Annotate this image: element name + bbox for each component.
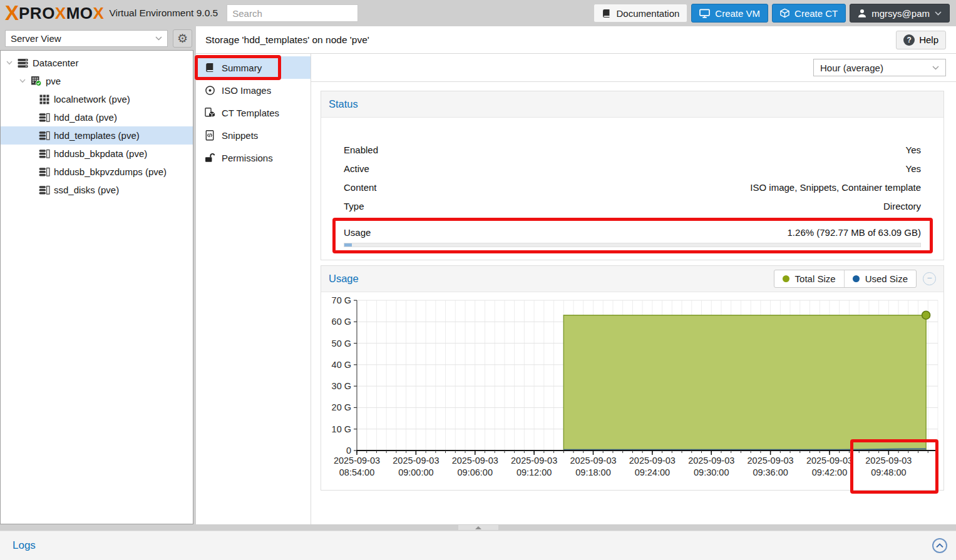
usage-panel-title: Usage [329,273,359,285]
monitor-icon [699,9,710,18]
unlock-icon [205,153,215,163]
cube-icon [780,8,789,18]
svg-text:60 G: 60 G [332,317,351,327]
svg-text:2025-09-03: 2025-09-03 [748,456,794,466]
documentation-label: Documentation [616,8,679,19]
logs-splitter[interactable] [0,524,956,531]
tree-item-label: pve [46,76,61,86]
legend-total-size[interactable]: Total Size [774,270,844,287]
book-icon [205,63,215,73]
svg-text:2025-09-03: 2025-09-03 [452,456,498,466]
menu-item-label: ISO Images [222,85,271,96]
right-column: Storage 'hdd_templates' on node 'pve' ? … [196,26,956,524]
view-mode-value: Server View [11,33,61,44]
storage-icon [39,185,50,195]
svg-text:09:00:00: 09:00:00 [398,467,433,477]
summary-main: Hour (average) Status Enabled Yes [311,54,956,524]
svg-text:2025-09-03: 2025-09-03 [393,456,439,466]
logo-seg: MO [66,4,93,23]
menu-item-label: CT Templates [222,108,279,118]
tree-item-hdd-templates[interactable]: hdd_templates (pve) [1,126,193,145]
total-size-dot-icon [783,275,789,282]
logs-title: Logs [13,539,36,552]
status-value: Yes [906,163,921,174]
svg-text:2025-09-03: 2025-09-03 [865,456,912,466]
version-label: Virtual Environment 9.0.5 [109,8,218,19]
status-label: Usage [344,227,371,238]
disc-icon [205,85,215,96]
search-input[interactable] [227,4,358,22]
svg-text:20 G: 20 G [332,402,351,412]
logs-bar[interactable]: Logs [0,531,956,560]
menu-item-summary[interactable]: Summary [196,56,311,79]
svg-text:09:48:00: 09:48:00 [871,467,906,477]
storage-icon [39,131,50,141]
status-value: 1.26% (792.77 MB of 63.09 GB) [788,227,921,238]
content-row: Summary ISO Images CT Templates Snippets [196,54,956,524]
svg-text:09:36:00: 09:36:00 [753,467,788,477]
usage-panel: Usage Total Size Used Size [321,265,944,491]
question-icon: ? [903,34,915,46]
svg-text:30 G: 30 G [332,381,351,391]
svg-text:70 G: 70 G [332,295,351,305]
tree-item-label: ssd_disks (pve) [54,185,119,195]
title-bar: Storage 'hdd_templates' on node 'pve' ? … [196,26,956,54]
storage-icon [39,113,50,123]
chart-legend: Total Size Used Size [774,270,917,288]
svg-text:2025-09-03: 2025-09-03 [511,456,557,466]
status-value: Directory [883,201,921,211]
create-ct-button[interactable]: Create CT [772,4,846,23]
usage-progress-bar [344,243,921,247]
svg-text:2025-09-03: 2025-09-03 [334,456,380,466]
chevron-up-icon [475,526,481,529]
status-row-usage: Usage 1.26% (792.77 MB of 63.09 GB) [344,223,921,242]
tree-item-label: localnetwork (pve) [54,94,130,104]
tree-item-pve[interactable]: pve [1,72,193,90]
svg-text:09:30:00: 09:30:00 [694,467,729,477]
menu-item-ct-templates[interactable]: CT Templates [196,101,311,124]
status-panel-header: Status [321,91,943,118]
svg-text:09:18:00: 09:18:00 [575,467,610,477]
expand-logs-button[interactable] [932,538,947,553]
menu-item-iso-images[interactable]: ISO Images [196,79,311,101]
menu-item-permissions[interactable]: Permissions [196,146,311,169]
resource-tree: Datacenter pve localnetwork (pve) hdd_da… [0,50,193,524]
svg-text:08:54:00: 08:54:00 [339,467,374,477]
settings-gear-button[interactable]: ⚙ [173,29,192,48]
tree-item-hdd-data[interactable]: hdd_data (pve) [1,108,193,126]
storage-icon [39,149,50,159]
chevron-down-icon [6,61,13,65]
gear-icon: ⚙ [177,31,188,46]
timeframe-value: Hour (average) [820,63,883,73]
legend-used-size[interactable]: Used Size [844,270,916,287]
legend-wrap: Total Size Used Size − [774,270,936,288]
network-icon [39,94,49,104]
tree-item-ssd-disks[interactable]: ssd_disks (pve) [1,181,193,199]
logo-seg: X [55,4,66,23]
minus-circle-icon[interactable]: − [923,272,936,285]
create-ct-label: Create CT [794,8,838,19]
user-menu-button[interactable]: mgrsys@pam [850,4,950,23]
usage-progress-fill [344,243,352,247]
status-label: Active [344,163,369,174]
chevron-down-icon [932,66,939,70]
legend-label: Used Size [865,273,908,284]
tree-item-hddusb-bkpdata[interactable]: hddusb_bkpdata (pve) [1,145,193,163]
documentation-button[interactable]: Documentation [594,4,687,23]
view-mode-select[interactable]: Server View [5,30,168,47]
status-row-content: Content ISO image, Snippets, Container t… [344,178,921,196]
create-vm-button[interactable]: Create VM [691,4,768,23]
usage-panel-header: Usage Total Size Used Size [321,266,943,292]
status-label: Enabled [344,145,378,155]
tree-item-label: hddusb_bkpvzdumps (pve) [54,166,167,177]
tree-item-datacenter[interactable]: Datacenter [1,54,193,72]
help-button[interactable]: ? Help [896,31,946,49]
tree-item-localnetwork[interactable]: localnetwork (pve) [1,90,193,108]
status-value: ISO image, Snippets, Container template [750,182,921,193]
svg-text:50 G: 50 G [332,339,351,349]
timeframe-select[interactable]: Hour (average) [813,59,946,76]
menu-item-snippets[interactable]: Snippets [196,124,311,146]
splitter-handle[interactable] [458,525,498,530]
tree-item-hddusb-bkpvzdumps[interactable]: hddusb_bkpvzdumps (pve) [1,163,193,181]
status-label: Type [344,201,364,211]
